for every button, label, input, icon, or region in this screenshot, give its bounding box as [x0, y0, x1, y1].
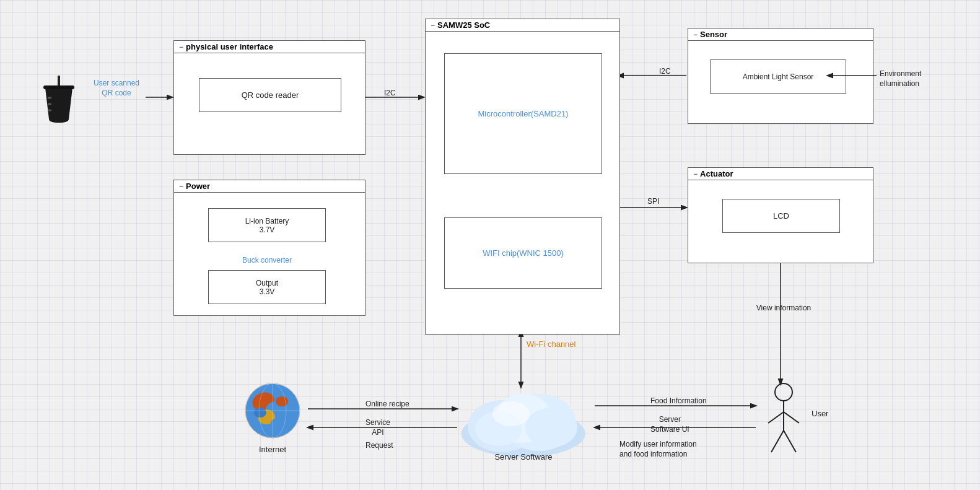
user-label: User: [812, 409, 828, 418]
internet-label: Internet: [259, 445, 286, 454]
i2c-right-label: I2C: [659, 67, 671, 76]
physical-ui-header: − physical user interface: [174, 41, 365, 53]
actuator-block: − Actuator LCD: [688, 167, 873, 263]
view-info-label: View information: [756, 304, 812, 312]
server-software-label: Server Software: [494, 452, 552, 462]
battery-box: Li-ion Battery3.7V: [208, 208, 326, 242]
svg-line-38: [768, 412, 784, 423]
battery-label: Li-ion Battery3.7V: [245, 217, 289, 234]
server-software-ui-label: ServerSoftware UI: [650, 415, 689, 434]
samw25-header: − SAMW25 SoC: [426, 19, 619, 32]
physical-ui-title: physical user interface: [186, 42, 273, 51]
buck-label: Buck converter: [242, 256, 292, 265]
cloud-icon: [452, 378, 595, 461]
lcd-label: LCD: [773, 211, 789, 221]
output-box: Output3.3V: [208, 270, 326, 304]
wifi-label: WIFI chip(WNIC 1500): [483, 248, 564, 258]
sensor-collapse[interactable]: −: [693, 30, 698, 39]
output-label: Output3.3V: [256, 279, 278, 296]
mcu-box: Microcontroller(SAMD21): [444, 53, 602, 174]
request-label: Request: [365, 441, 393, 450]
mcu-label: Microcontroller(SAMD21): [478, 109, 569, 118]
actuator-header: − Actuator: [688, 168, 873, 180]
drink-icon: [40, 74, 77, 126]
qr-reader-label: QR code reader: [242, 90, 299, 100]
i2c-left-label: I2C: [384, 89, 396, 97]
power-collapse[interactable]: −: [179, 182, 183, 191]
ambient-sensor-box: Ambient Light Sensor: [710, 59, 846, 94]
service-api-label: ServiceAPI: [365, 418, 390, 437]
svg-point-21: [276, 396, 288, 406]
food-info-label: Food Information: [650, 396, 707, 405]
user-scanned-label: User scanned QR code: [92, 79, 141, 98]
diagram-canvas: User scanned QR code − physical user int…: [0, 0, 980, 490]
samw25-title: SAMW25 SoC: [437, 20, 490, 30]
physical-ui-block: − physical user interface QR code reader: [173, 40, 365, 155]
modify-info-label: Modify user informationand food informat…: [619, 440, 697, 459]
svg-rect-13: [43, 85, 74, 89]
ambient-sensor-label: Ambient Light Sensor: [743, 72, 814, 81]
svg-line-41: [784, 431, 796, 452]
sensor-title: Sensor: [700, 30, 727, 39]
svg-point-35: [492, 401, 530, 426]
svg-point-22: [254, 408, 266, 418]
environment-label: Environmentellumination: [880, 69, 921, 89]
power-title: Power: [186, 182, 210, 191]
globe-icon: [245, 383, 300, 439]
sensor-header: − Sensor: [688, 28, 873, 41]
samw25-collapse[interactable]: −: [431, 21, 435, 30]
svg-point-33: [525, 408, 577, 447]
svg-point-23: [271, 419, 281, 427]
lcd-box: LCD: [722, 199, 840, 233]
wifi-box: WIFI chip(WNIC 1500): [444, 217, 602, 289]
samw25-block: − SAMW25 SoC Microcontroller(SAMD21) WIF…: [425, 19, 620, 335]
online-recipe-label: Online recipe: [365, 400, 409, 408]
qr-reader-box: QR code reader: [199, 78, 341, 112]
svg-line-39: [784, 412, 799, 423]
svg-line-40: [771, 431, 784, 452]
physical-ui-collapse[interactable]: −: [179, 43, 183, 51]
power-block: − Power Li-ion Battery3.7V Buck converte…: [173, 180, 365, 316]
power-header: − Power: [174, 180, 365, 193]
actuator-collapse[interactable]: −: [693, 170, 698, 178]
actuator-title: Actuator: [700, 169, 733, 178]
spi-label: SPI: [647, 197, 659, 206]
wifi-channel-label: Wi-Fi channel: [527, 339, 575, 349]
sensor-block: − Sensor Ambient Light Sensor: [688, 28, 873, 124]
svg-point-36: [775, 383, 792, 401]
user-stick-figure: [762, 381, 805, 458]
